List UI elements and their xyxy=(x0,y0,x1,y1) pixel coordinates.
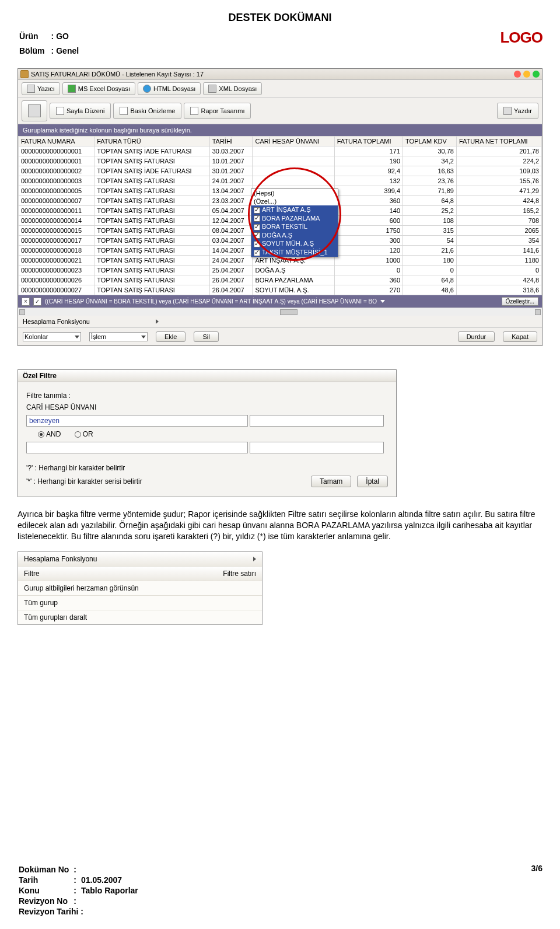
ctx-filter[interactable]: Filtre Filtre satırı xyxy=(18,567,262,581)
chevron-right-icon[interactable] xyxy=(156,319,159,324)
table-cell: 399,4 xyxy=(334,186,402,196)
table-row[interactable]: 00000000000000002TOPTAN SATIŞ İADE FATUR… xyxy=(19,166,542,176)
colon: : xyxy=(74,896,80,906)
minimize-icon[interactable] xyxy=(523,71,530,78)
html-label: HTML Dosyası xyxy=(153,85,195,92)
filter-option[interactable]: BORA TEKSTİL xyxy=(251,222,338,231)
column-header[interactable]: TOPLAM KDV xyxy=(403,137,457,146)
filter-expression: ((CARİ HESAP ÜNVANI = BORA TEKSTİL) veya… xyxy=(45,298,377,305)
preview-button[interactable]: Baskı Önizleme xyxy=(113,103,181,119)
filter-enabled-checkbox[interactable]: ✓ xyxy=(33,298,41,306)
table-cell: 24.04.2007 xyxy=(209,256,253,266)
page-setup-button[interactable]: Sayfa Düzeni xyxy=(50,103,111,119)
table-cell: 00000000000000011 xyxy=(19,206,94,216)
table-cell: 354 xyxy=(456,236,541,246)
ctx-calc[interactable]: Hesaplama Fonksiyonu xyxy=(18,552,262,567)
add-button[interactable]: Ekle xyxy=(156,331,186,342)
group-hint-bar[interactable]: Guruplamak istediğiniz kolonun başlığını… xyxy=(18,124,542,136)
chevron-down-icon[interactable] xyxy=(380,300,385,303)
close-icon[interactable] xyxy=(514,71,521,78)
table-cell: 424,8 xyxy=(456,275,541,285)
operator2-select[interactable] xyxy=(26,442,248,453)
colon: : xyxy=(74,875,80,885)
table-row[interactable]: 00000000000000023TOPTAN SATIŞ FATURASI25… xyxy=(19,266,542,275)
table-cell: 21,6 xyxy=(403,246,457,256)
table-cell: 00000000000000017 xyxy=(19,236,94,246)
horizontal-scrollbar[interactable] xyxy=(18,308,542,316)
table-row[interactable]: 00000000000000027TOPTAN SATIŞ FATURASI26… xyxy=(19,285,542,295)
footer-dokno-label: Doküman No xyxy=(19,865,72,874)
filter-option[interactable]: SOYUT MÜH. A.Ş xyxy=(251,239,338,248)
table-row[interactable]: 00000000000000001TOPTAN SATIŞ İADE FATUR… xyxy=(19,146,542,156)
table-cell: 26.04.2007 xyxy=(209,285,253,295)
customize-filter-button[interactable]: Özelleştir... xyxy=(502,297,538,306)
table-row[interactable]: 00000000000000026TOPTAN SATIŞ FATURASI26… xyxy=(19,275,542,285)
column-header[interactable]: FATURA TOPLAMI xyxy=(334,137,402,146)
big-printer-button[interactable] xyxy=(22,100,47,121)
scroll-left-icon[interactable] xyxy=(19,309,25,315)
printer-button[interactable]: Yazıcı xyxy=(22,82,60,95)
ctx-expand-all[interactable]: Tüm gurup xyxy=(18,596,262,610)
ok-button[interactable]: Tamam xyxy=(311,476,351,487)
table-cell: 48,6 xyxy=(403,285,457,295)
html-button[interactable]: HTML Dosyası xyxy=(138,82,201,95)
colon: : xyxy=(74,865,80,874)
ctx-collapse-all[interactable]: Tüm gurupları daralt xyxy=(18,610,262,624)
column-header[interactable]: TARİHİ xyxy=(209,137,253,146)
filter-option-custom[interactable]: (Özel...) xyxy=(251,197,338,205)
operator-select[interactable]: benzeyen xyxy=(26,415,248,427)
globe-icon xyxy=(143,85,151,93)
filter-option[interactable]: TAKSİT MÜŞTERİSİ_1 xyxy=(251,248,338,257)
ctx-calc-label: Hesaplama Fonksiyonu xyxy=(24,555,97,563)
stop-button[interactable]: Durdur xyxy=(458,331,495,342)
table-cell: TOPTAN SATIŞ FATURASI xyxy=(94,156,209,166)
column-header[interactable]: CARİ HESAP ÜNVANI xyxy=(253,137,334,146)
table-cell: 10.01.2007 xyxy=(209,156,253,166)
table-cell: 00000000000000005 xyxy=(19,186,94,196)
dialog-title: Özel Filtre xyxy=(18,370,396,382)
print-button[interactable]: Yazdır xyxy=(497,103,538,119)
column-header[interactable]: FATURA TÜRÜ xyxy=(94,137,209,146)
table-row[interactable]: 00000000000000003TOPTAN SATIŞ FATURASI24… xyxy=(19,176,542,186)
context-menu: Hesaplama Fonksiyonu Filtre Filtre satır… xyxy=(18,551,262,625)
delete-button[interactable]: Sil xyxy=(194,331,218,342)
and-radio[interactable]: AND xyxy=(38,430,61,438)
scroll-right-icon[interactable] xyxy=(535,309,541,315)
filter-option-label: BORA PAZARLAMA xyxy=(262,215,320,222)
operation-select[interactable]: İşlem xyxy=(89,332,148,341)
table-cell: 360 xyxy=(334,196,402,206)
xml-button[interactable]: XML Dosyası xyxy=(203,82,262,95)
clear-filter-button[interactable]: × xyxy=(22,298,30,306)
columns-select[interactable]: Kolonlar xyxy=(23,332,81,341)
table-cell: 108 xyxy=(403,216,457,226)
colon: : xyxy=(74,886,80,895)
or-label: OR xyxy=(83,430,93,438)
design-button[interactable]: Rapor Tasarımı xyxy=(184,103,251,119)
maximize-icon[interactable] xyxy=(533,71,540,78)
value2-input[interactable] xyxy=(250,442,384,453)
table-cell: 54 xyxy=(403,236,457,246)
columns-value: Kolonlar xyxy=(24,333,48,340)
cancel-button[interactable]: İptal xyxy=(357,476,388,487)
filter-option[interactable]: DOĞA A.Ş xyxy=(251,231,338,240)
excel-button[interactable]: MS Excel Dosyası xyxy=(62,82,135,95)
column-header[interactable]: FATURA NET TOPLAMI xyxy=(456,137,541,146)
printer-icon xyxy=(27,85,35,93)
table-cell: 140 xyxy=(334,206,402,216)
table-cell xyxy=(253,176,334,186)
calc-header-label: Hesaplama Fonksiyonu xyxy=(18,316,542,327)
filter-option[interactable]: ART İNŞAAT A.Ş xyxy=(251,205,338,214)
scroll-thumb[interactable] xyxy=(280,309,298,315)
filter-option[interactable]: BORA PAZARLAMA xyxy=(251,214,338,223)
close-button[interactable]: Kapat xyxy=(503,331,537,342)
column-header[interactable]: FATURA NUMARA xyxy=(19,137,94,146)
value-input[interactable] xyxy=(250,415,384,427)
calc-header-text: Hesaplama Fonksiyonu xyxy=(23,318,90,325)
filter-option-all[interactable]: (Hepsi) xyxy=(251,189,338,197)
or-radio[interactable]: OR xyxy=(75,430,93,438)
page-number: 3/6 xyxy=(531,864,542,917)
checkbox-icon xyxy=(254,250,260,256)
ctx-group-footer[interactable]: Gurup altbilgileri herzaman görünsün xyxy=(18,581,262,596)
table-row[interactable]: 00000000000000001TOPTAN SATIŞ FATURASI10… xyxy=(19,156,542,166)
layout-icon xyxy=(190,107,198,115)
